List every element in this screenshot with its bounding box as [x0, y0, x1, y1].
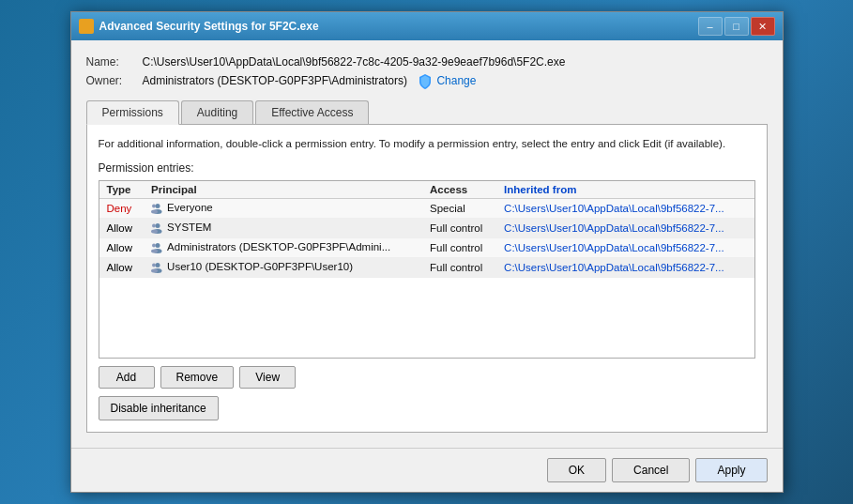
name-label: Name:: [86, 55, 143, 69]
section-label: Permission entries:: [99, 161, 755, 175]
apply-button[interactable]: Apply: [695, 458, 767, 482]
change-link[interactable]: Change: [436, 75, 476, 88]
svg-point-8: [156, 243, 160, 248]
svg-point-3: [151, 209, 158, 213]
owner-label: Owner:: [86, 74, 143, 87]
tab-permissions[interactable]: Permissions: [86, 100, 179, 125]
svg-point-12: [156, 263, 160, 267]
cell-type: Allow: [99, 237, 145, 257]
cell-access: Full control: [422, 218, 496, 237]
owner-value: Administrators (DESKTOP-G0PF3PF\Administ…: [143, 74, 477, 89]
name-row: Name: C:\Users\User10\AppData\Local\9bf5…: [86, 55, 768, 69]
tab-effective-access[interactable]: Effective Access: [255, 100, 369, 124]
cell-principal: SYSTEM: [144, 218, 422, 237]
cell-access: Full control: [422, 257, 496, 277]
cell-type: Allow: [99, 257, 145, 277]
svg-point-15: [151, 268, 158, 272]
cell-type: Deny: [99, 198, 145, 218]
svg-point-7: [151, 229, 158, 233]
shield-icon: [419, 74, 432, 89]
table-row[interactable]: Allow SYSTEM Full control C:\Users\User1…: [99, 218, 754, 237]
advanced-security-window: Advanced Security Settings for 5F2C.exe …: [70, 11, 784, 492]
action-buttons: Add Remove View: [99, 366, 755, 389]
svg-point-10: [152, 243, 156, 247]
cell-access: Full control: [422, 237, 496, 257]
col-principal: Principal: [144, 181, 422, 199]
window-title: Advanced Security Settings for 5F2C.exe: [99, 20, 698, 33]
minimize-button[interactable]: –: [698, 17, 723, 36]
table-row[interactable]: Deny Everyone Special C:\Users\User10\Ap…: [99, 198, 754, 218]
cell-inherited: C:\Users\User10\AppData\Local\9bf56822-7…: [496, 218, 754, 237]
table-row[interactable]: Allow Administrators (DESKTOP-G0PF3PF\Ad…: [99, 237, 754, 257]
ok-button[interactable]: OK: [547, 458, 606, 482]
description-text: For additional information, double-click…: [99, 136, 755, 151]
cell-access: Special: [422, 198, 496, 218]
svg-point-14: [152, 263, 156, 267]
tab-content-permissions: For additional information, double-click…: [86, 125, 768, 432]
svg-point-2: [152, 204, 156, 207]
window-body: Name: C:\Users\User10\AppData\Local\9bf5…: [71, 40, 783, 447]
permission-table-container[interactable]: Type Principal Access Inherited from Den…: [99, 180, 755, 359]
name-value: C:\Users\User10\AppData\Local\9bf56822-7…: [143, 55, 566, 69]
owner-row: Owner: Administrators (DESKTOP-G0PF3PF\A…: [86, 74, 768, 89]
add-button[interactable]: Add: [99, 366, 155, 389]
tabs: Permissions Auditing Effective Access: [86, 100, 768, 125]
view-button[interactable]: View: [239, 366, 296, 389]
svg-point-4: [156, 223, 160, 228]
title-bar-controls: – □ ✕: [698, 17, 775, 36]
cell-principal: Administrators (DESKTOP-G0PF3PF\Admini..…: [144, 237, 422, 257]
dialog-footer: OK Cancel Apply: [71, 448, 783, 492]
cell-inherited: C:\Users\User10\AppData\Local\9bf56822-7…: [496, 237, 754, 257]
title-bar: Advanced Security Settings for 5F2C.exe …: [71, 12, 783, 40]
svg-point-6: [152, 223, 156, 227]
col-type: Type: [99, 181, 145, 199]
cell-principal: Everyone: [144, 198, 422, 218]
cancel-button[interactable]: Cancel: [612, 458, 690, 482]
remove-button[interactable]: Remove: [160, 366, 235, 389]
cell-principal: User10 (DESKTOP-G0PF3PF\User10): [144, 257, 422, 277]
col-inherited: Inherited from: [496, 181, 754, 199]
close-button[interactable]: ✕: [751, 17, 775, 36]
table-row[interactable]: Allow User10 (DESKTOP-G0PF3PF\User10) Fu…: [99, 257, 754, 277]
cell-inherited: C:\Users\User10\AppData\Local\9bf56822-7…: [496, 198, 754, 218]
maximize-button[interactable]: □: [724, 17, 749, 36]
svg-point-11: [151, 249, 158, 252]
col-access: Access: [422, 181, 496, 199]
window-icon: [79, 19, 94, 34]
owner-text: Administrators (DESKTOP-G0PF3PF\Administ…: [143, 75, 408, 88]
cell-inherited: C:\Users\User10\AppData\Local\9bf56822-7…: [496, 257, 754, 277]
cell-type: Allow: [99, 218, 145, 237]
permission-table: Type Principal Access Inherited from Den…: [99, 181, 754, 278]
svg-point-0: [156, 204, 160, 208]
disable-inheritance-button[interactable]: Disable inheritance: [99, 396, 219, 420]
tab-auditing[interactable]: Auditing: [181, 100, 253, 124]
